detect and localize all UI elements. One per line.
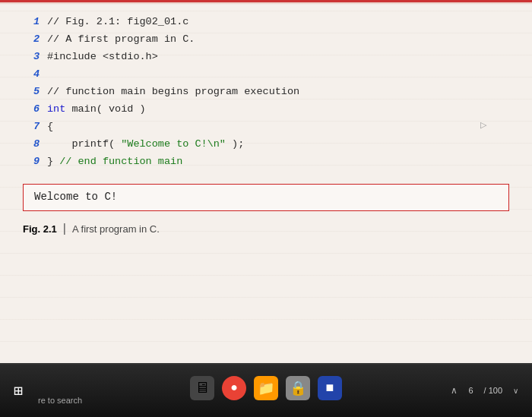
code-text-2: // A first program in C. (47, 31, 195, 49)
taskbar-left: ⊞ (8, 381, 29, 402)
code-text-7: { (47, 118, 53, 136)
code-line-2: 2 // A first program in C. (23, 31, 509, 49)
chrome-taskbar-icon[interactable]: ● (222, 376, 246, 400)
content-area: 1 // Fig. 2.1: fig02_01.c 2 // A first p… (0, 0, 532, 243)
figure-caption: Fig. 2.1 | A first program in C. (23, 222, 509, 235)
monitor-taskbar-icon[interactable]: 🖥 (190, 376, 214, 400)
code-line-7: 7 { (23, 118, 509, 136)
taskbar-right: ∧ 6 / 100 ∨ (451, 385, 518, 396)
code-line-6: 6 int main( void ) (23, 101, 509, 118)
figure-description: A first program in C. (72, 223, 160, 235)
figure-separator: | (63, 222, 66, 235)
code-text-6: int main( void ) (47, 101, 146, 118)
line-number-9: 9 (23, 153, 40, 171)
page-number: 6 (468, 386, 473, 395)
code-line-5: 5 // function main begins program execut… (23, 84, 509, 101)
line-number-7: 7 (23, 118, 40, 136)
taskbar-center: 🖥 ● 📁 🔒 ■ (190, 376, 342, 400)
chevron-up-icon: ∧ (451, 385, 458, 396)
code-line-4: 4 (23, 66, 509, 84)
windows-icon[interactable]: ⊞ (8, 381, 29, 402)
line-number-8: 8 (23, 136, 40, 153)
code-line-9: 9 } // end function main (23, 153, 509, 171)
line-number-5: 5 (23, 84, 40, 101)
search-label: re to search (38, 396, 82, 405)
line-number-1: 1 (23, 14, 40, 31)
folder-taskbar-icon[interactable]: 📁 (254, 376, 278, 400)
line-number-4: 4 (23, 66, 40, 84)
code-line-8: 8 printf( "Welcome to C!\n" ); (23, 136, 509, 153)
code-block: 1 // Fig. 2.1: fig02_01.c 2 // A first p… (23, 14, 509, 170)
output-box: Welcome to C! (23, 184, 509, 211)
taskbar: ⊞ re to search 🖥 ● 📁 🔒 ■ ∧ 6 / 100 ∨ (0, 365, 532, 417)
code-text-8: printf( "Welcome to C!\n" ); (47, 136, 244, 153)
app-taskbar-icon[interactable]: ■ (318, 376, 342, 400)
code-line-3: 3 #include <stdio.h> (23, 49, 509, 66)
output-text: Welcome to C! (34, 191, 117, 203)
code-text-3: #include <stdio.h> (47, 49, 158, 66)
search-bar-area: re to search (38, 396, 82, 405)
line-number-6: 6 (23, 101, 40, 118)
lock-taskbar-icon[interactable]: 🔒 (286, 376, 310, 400)
code-text-9: } // end function main (47, 153, 182, 171)
line-number-3: 3 (23, 49, 40, 66)
code-line-1: 1 // Fig. 2.1: fig02_01.c (23, 14, 509, 31)
screen: 1 // Fig. 2.1: fig02_01.c 2 // A first p… (0, 0, 532, 365)
line-number-2: 2 (23, 31, 40, 49)
code-text-1: // Fig. 2.1: fig02_01.c (47, 14, 188, 31)
figure-label: Fig. 2.1 (23, 223, 57, 235)
code-text-5: // function main begins program executio… (47, 84, 299, 101)
code-text-4 (47, 66, 53, 84)
zoom-dropdown-icon[interactable]: ∨ (513, 387, 518, 395)
cursor-indicator: ▷ (480, 120, 486, 130)
zoom-level: / 100 (484, 386, 502, 395)
